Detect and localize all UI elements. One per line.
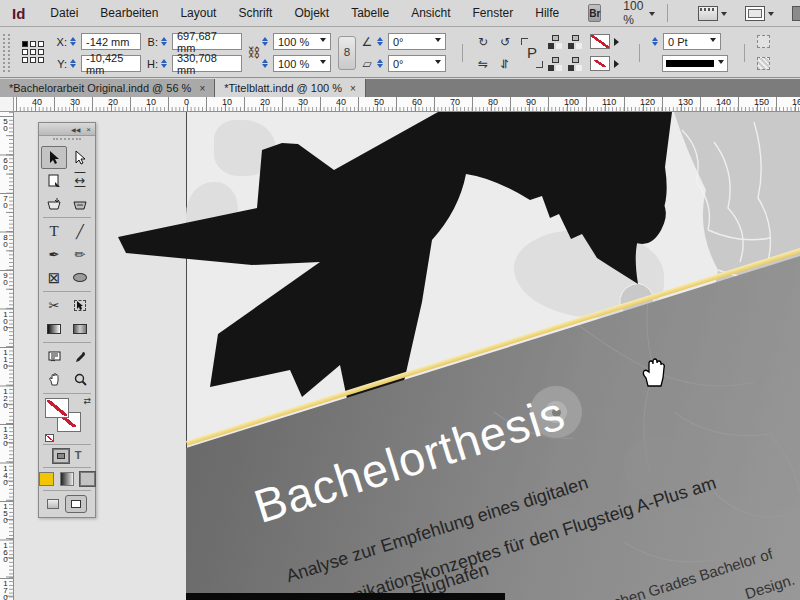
- selection-tool[interactable]: [41, 146, 67, 169]
- content-collector-tool[interactable]: [41, 192, 67, 215]
- x-spinner[interactable]: [70, 34, 79, 49]
- collapse-panel-icon[interactable]: ◀◀: [71, 126, 80, 133]
- width-field[interactable]: 697,687 mm: [172, 33, 242, 50]
- stroke-flyout-arrow-icon[interactable]: [614, 60, 623, 68]
- free-transform-tool[interactable]: [67, 294, 93, 317]
- normal-view-mode-button[interactable]: [65, 495, 87, 513]
- ellipse-tool[interactable]: [67, 266, 93, 289]
- effects-button[interactable]: [757, 57, 770, 70]
- menu-bearbeiten[interactable]: Bearbeiten: [89, 2, 169, 24]
- menu-fenster[interactable]: Fenster: [462, 2, 525, 24]
- gap-tool[interactable]: ↔: [67, 169, 93, 192]
- tab-titelblatt[interactable]: *Titelblatt.indd @ 100 % ×: [215, 79, 366, 97]
- tab-bachelorarbeit-original[interactable]: *Bachelorarbeit Original.indd @ 56 % ×: [0, 79, 215, 97]
- line-tool[interactable]: ╱: [67, 220, 93, 243]
- y-spinner[interactable]: [70, 56, 79, 71]
- rectangle-frame-tool[interactable]: ⊠: [41, 266, 67, 289]
- select-container-button[interactable]: P: [521, 38, 543, 68]
- scale-x-spinner[interactable]: [262, 34, 271, 49]
- bridge-button[interactable]: Br: [588, 4, 601, 22]
- menu-layout[interactable]: Layout: [169, 2, 227, 24]
- shear-spinner[interactable]: [377, 56, 386, 71]
- note-tool[interactable]: [41, 345, 67, 368]
- direct-selection-tool[interactable]: [67, 146, 93, 169]
- screen-mode-button[interactable]: [745, 4, 774, 22]
- default-fill-stroke-icon[interactable]: [45, 434, 54, 442]
- scale-y-field[interactable]: 100 %: [273, 55, 331, 72]
- zoom-level-control[interactable]: 100 %: [623, 0, 655, 27]
- corner-options-button[interactable]: [757, 35, 770, 48]
- fill-color-swatch-none[interactable]: [45, 398, 69, 418]
- constrain-dimensions-icon[interactable]: ⛓: [246, 45, 262, 60]
- apply-none-button[interactable]: [80, 472, 95, 486]
- menu-tabelle[interactable]: Tabelle: [340, 2, 400, 24]
- view-options-icon: [698, 6, 718, 21]
- workspace-button[interactable]: [792, 4, 800, 22]
- page-tool[interactable]: [41, 169, 67, 192]
- gradient-feather-tool[interactable]: [67, 317, 93, 340]
- select-previous-object-button[interactable]: [567, 34, 582, 49]
- zoom-tool[interactable]: [67, 368, 93, 391]
- x-label: X:: [54, 36, 67, 48]
- width-spinner[interactable]: [161, 34, 170, 49]
- x-position-field[interactable]: -142 mm: [81, 33, 141, 50]
- formatting-affects-container-button[interactable]: [53, 449, 69, 463]
- panel-grip-handle[interactable]: [3, 34, 10, 72]
- reference-point-proxy[interactable]: [22, 41, 46, 65]
- flip-horizontal-button[interactable]: ⇋: [475, 57, 491, 71]
- close-icon[interactable]: ×: [350, 83, 356, 94]
- rotation-spinner[interactable]: [377, 34, 386, 49]
- ruler-corner-box[interactable]: [0, 97, 14, 112]
- apply-gradient-button[interactable]: [60, 472, 75, 486]
- flip-vertical-button[interactable]: ⇋: [498, 56, 512, 72]
- stroke-weight-spinner[interactable]: [652, 34, 661, 49]
- scissors-tool[interactable]: ✂: [41, 294, 67, 317]
- pen-tool[interactable]: ✒: [41, 243, 67, 266]
- apply-color-button[interactable]: [39, 472, 54, 486]
- eyedropper-tool[interactable]: [67, 345, 93, 368]
- height-spinner[interactable]: [161, 56, 170, 71]
- select-parent-button[interactable]: [567, 56, 582, 71]
- menu-ansicht[interactable]: Ansicht: [400, 2, 461, 24]
- y-position-field[interactable]: -10,425 mm: [81, 55, 141, 72]
- gradient-swatch-tool[interactable]: [41, 317, 67, 340]
- select-next-object-button[interactable]: [547, 56, 562, 71]
- vertical-ruler[interactable]: 5060708090100110120130140150160170: [0, 112, 14, 600]
- rotate-cw-button[interactable]: ↻: [475, 35, 491, 49]
- menu-schrift[interactable]: Schrift: [227, 2, 283, 24]
- document-canvas[interactable]: Bachelorthesis Analyse zur Empfehlung ei…: [14, 112, 800, 600]
- ruler-label: 100: [2, 311, 9, 332]
- toolbox-grip-handle[interactable]: [53, 138, 81, 144]
- close-icon[interactable]: ×: [199, 83, 205, 94]
- fill-flyout-arrow-icon[interactable]: [614, 38, 623, 46]
- ruler-label: 30: [298, 97, 308, 107]
- scale-y-spinner[interactable]: [262, 56, 271, 71]
- fill-swatch-none[interactable]: [590, 34, 610, 49]
- close-icon[interactable]: ×: [86, 125, 91, 134]
- hand-tool[interactable]: [41, 368, 67, 391]
- view-options-button[interactable]: [698, 4, 727, 22]
- stroke-swatch-none[interactable]: [590, 56, 610, 71]
- presentation-mode-button[interactable]: [47, 499, 59, 509]
- menu-objekt[interactable]: Objekt: [283, 2, 340, 24]
- stroke-weight-field[interactable]: 0 Pt: [663, 33, 721, 50]
- swap-fill-stroke-icon[interactable]: ⇄: [83, 396, 91, 406]
- constrain-scale-link-button[interactable]: 8: [338, 36, 356, 70]
- select-content-button[interactable]: [547, 34, 562, 49]
- ruler-label: 140: [716, 97, 731, 107]
- content-placer-tool[interactable]: [67, 192, 93, 215]
- menu-hilfe[interactable]: Hilfe: [524, 2, 570, 24]
- horizontal-ruler[interactable]: 4030201001020304050607080901001101201301…: [14, 97, 800, 112]
- formatting-affects-text-button[interactable]: T: [75, 449, 82, 463]
- stroke-type-select[interactable]: [662, 55, 728, 72]
- ruler-label: 120: [640, 97, 655, 107]
- shear-angle-field[interactable]: 0°: [388, 55, 446, 72]
- rotate-ccw-button[interactable]: ↺: [497, 35, 513, 49]
- menu-datei[interactable]: Datei: [39, 2, 89, 24]
- scale-x-field[interactable]: 100 %: [273, 33, 331, 50]
- toolbox-title-bar[interactable]: ◀◀ ×: [39, 123, 95, 136]
- type-tool[interactable]: T: [41, 220, 67, 243]
- rotation-angle-field[interactable]: 0°: [388, 33, 446, 50]
- pencil-tool[interactable]: ✏: [67, 243, 93, 266]
- height-field[interactable]: 330,708 mm: [172, 55, 242, 72]
